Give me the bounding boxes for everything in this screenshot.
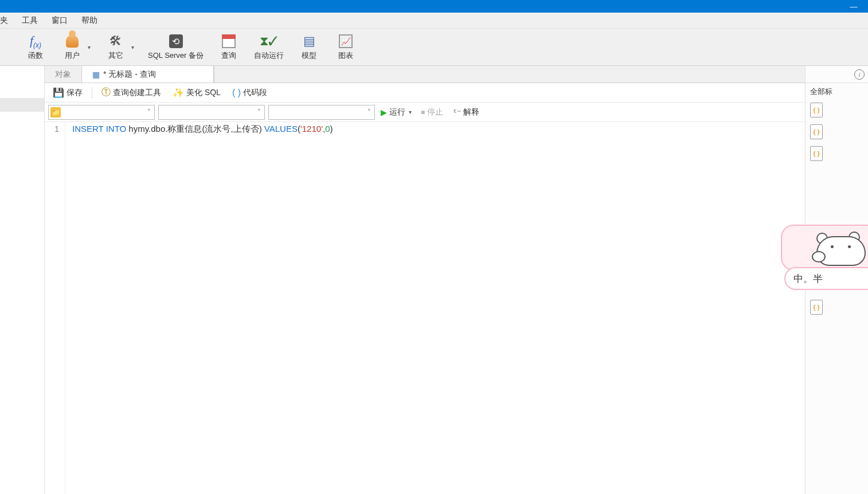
info-icon[interactable]: i (854, 69, 865, 80)
main-toolbar: f(x) 函数 用户 🛠 其它 ⟲ SQL Server 备份 查询 ⧗✓ 自动… (0, 29, 868, 66)
run-button[interactable]: ▶ 运行 ▾ (378, 107, 414, 117)
table-icon: ▦ (92, 70, 100, 79)
model-icon: ▤ (301, 33, 317, 49)
menu-bar: 夹 工具 窗口 帮助 (0, 13, 868, 29)
document-tabs: 对象 ▦ * 无标题 - 查询 (45, 66, 805, 83)
snippet-file-icon (810, 146, 823, 161)
snippet-item[interactable] (806, 255, 868, 296)
model-button[interactable]: ▤ 模型 (298, 33, 320, 61)
query-builder-button[interactable]: Ⓣ 查询创建工具 (97, 85, 166, 100)
left-sidebar (0, 66, 45, 494)
title-bar: — (0, 0, 868, 13)
beautify-sql-button[interactable]: ✨ 美化 SQL (168, 85, 225, 100)
query-action-bar: 💾 保存 Ⓣ 查询创建工具 ✨ 美化 SQL ( ) 代码段 (45, 83, 805, 103)
minimize-button[interactable]: — (840, 0, 867, 13)
snippet-item[interactable] (806, 296, 868, 318)
right-sidebar-header: i (806, 66, 868, 83)
sql-line-1: INSERT INTO hymy.dbo.称重信息(流水号,上传否) VALUE… (72, 123, 805, 135)
snippet-icon: ( ) (232, 88, 241, 98)
builder-icon: Ⓣ (101, 87, 111, 99)
chart-icon (338, 33, 354, 49)
workspace: 对象 ▦ * 无标题 - 查询 💾 保存 Ⓣ 查询创建工具 ✨ 美化 SQL (0, 66, 868, 494)
explain-button[interactable]: ᴱ⁼ 解释 (450, 107, 483, 117)
backup-icon: ⟲ (168, 33, 184, 49)
tabs-spacer (214, 66, 805, 83)
autorun-button[interactable]: ⧗✓ 自动运行 (254, 33, 284, 61)
snippet-item[interactable] (806, 121, 868, 143)
function-icon: f(x) (28, 33, 44, 49)
snippet-file-icon (810, 124, 823, 139)
menu-item-tools[interactable]: 工具 (15, 15, 45, 26)
snippet-item[interactable] (806, 143, 868, 164)
query-button[interactable]: 查询 (217, 33, 240, 61)
stop-button: ■ 停止 (417, 107, 447, 117)
menu-item-help[interactable]: 帮助 (75, 15, 104, 26)
connection-icon: 📁 (50, 107, 61, 117)
stop-icon: ■ (421, 108, 425, 116)
snippet-button[interactable]: ( ) 代码段 (228, 86, 272, 100)
sql-editor[interactable]: 1 INSERT INTO hymy.dbo.称重信息(流水号,上传否) VAL… (45, 122, 805, 494)
snippet-file-icon (810, 300, 823, 315)
save-button[interactable]: 💾 保存 (48, 85, 87, 100)
menu-item-window[interactable]: 窗口 (45, 15, 75, 26)
function-button[interactable]: f(x) 函数 (24, 33, 47, 61)
explain-icon: ᴱ⁼ (453, 108, 461, 117)
menu-item-folder[interactable]: 夹 (0, 15, 15, 26)
user-button[interactable]: 用户 (61, 33, 84, 61)
connection-combo[interactable]: 📁 ˅ (48, 105, 155, 120)
chevron-down-icon: ˅ (364, 108, 374, 116)
right-sidebar: i 全部标 (805, 66, 868, 494)
database-combo[interactable]: ˅ (158, 105, 265, 120)
chevron-down-icon: ˅ (254, 108, 264, 116)
query-params-bar: 📁 ˅ ˅ ˅ ▶ 运行 ▾ ■ 停止 ᴱ⁼ (45, 103, 805, 122)
right-sidebar-title: 全部标 (806, 83, 868, 99)
query-icon (221, 33, 237, 49)
main-area: 对象 ▦ * 无标题 - 查询 💾 保存 Ⓣ 查询创建工具 ✨ 美化 SQL (45, 66, 805, 494)
user-icon (64, 33, 80, 49)
snippet-file-icon (810, 103, 823, 117)
snippet-item[interactable] (806, 233, 868, 255)
tab-query-untitled[interactable]: ▦ * 无标题 - 查询 (82, 66, 214, 83)
snippet-file-icon (810, 237, 823, 252)
code-area[interactable]: INSERT INTO hymy.dbo.称重信息(流水号,上传否) VALUE… (65, 122, 805, 494)
tools-icon: 🛠 (108, 33, 124, 49)
line-gutter: 1 (45, 122, 65, 494)
tab-object[interactable]: 对象 (45, 66, 82, 83)
snippet-item[interactable] (806, 99, 868, 121)
snippet-file-icon (810, 258, 823, 273)
beautify-icon: ✨ (173, 87, 184, 98)
save-icon: 💾 (53, 87, 64, 98)
autorun-icon: ⧗✓ (261, 33, 277, 49)
chevron-down-icon: ˅ (144, 108, 154, 116)
chart-button[interactable]: 图表 (334, 33, 357, 61)
schema-combo[interactable]: ˅ (268, 105, 375, 120)
sqlserver-backup-button[interactable]: ⟲ SQL Server 备份 (148, 33, 204, 61)
other-button[interactable]: 🛠 其它 (104, 33, 127, 61)
play-icon: ▶ (381, 108, 387, 117)
sidebar-selected-item[interactable] (0, 98, 44, 112)
chevron-down-icon: ▾ (409, 109, 412, 115)
